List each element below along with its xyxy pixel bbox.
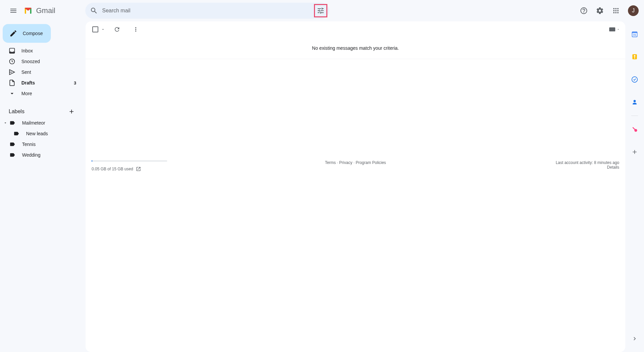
sidebar-item-more[interactable]: More bbox=[0, 88, 80, 99]
svg-text:31: 31 bbox=[633, 33, 636, 36]
policies-link[interactable]: Program Policies bbox=[356, 160, 386, 165]
chevron-down-icon bbox=[9, 90, 15, 97]
label-icon bbox=[9, 120, 15, 126]
search-bar bbox=[85, 3, 329, 19]
label-name: Mailmeteor bbox=[22, 120, 45, 126]
keep-icon bbox=[631, 53, 638, 60]
mailmeteor-icon bbox=[631, 126, 638, 133]
mailmeteor-app[interactable] bbox=[628, 123, 641, 136]
input-tools-button[interactable] bbox=[609, 27, 620, 31]
sidebar-item-drafts[interactable]: Drafts 3 bbox=[0, 77, 80, 88]
storage-bar bbox=[92, 160, 167, 162]
contacts-app[interactable] bbox=[628, 96, 641, 109]
header-right: J bbox=[577, 4, 639, 17]
divider bbox=[631, 116, 638, 116]
settings-button[interactable] bbox=[593, 4, 607, 17]
label-icon bbox=[13, 131, 19, 137]
label-icon bbox=[9, 152, 15, 158]
label-item-new-leads[interactable]: New leads bbox=[0, 128, 80, 139]
label-name: Wedding bbox=[22, 152, 40, 158]
chevron-right-icon bbox=[631, 335, 638, 342]
search-input[interactable] bbox=[101, 8, 314, 14]
google-apps-button[interactable] bbox=[609, 4, 623, 17]
hamburger-icon bbox=[9, 7, 17, 15]
nav-label: Snoozed bbox=[21, 59, 76, 64]
terms-link[interactable]: Terms bbox=[325, 160, 336, 165]
compose-button[interactable]: Compose bbox=[3, 24, 51, 43]
storage-info: 0.05 GB of 15 GB used bbox=[92, 160, 267, 172]
keep-app[interactable] bbox=[628, 50, 641, 63]
sidebar: Compose Inbox Snoozed Sent Drafts 3 More… bbox=[0, 21, 86, 352]
collapse-panel-button[interactable] bbox=[628, 332, 641, 345]
side-panel: 31 bbox=[625, 21, 644, 352]
labels-header: Labels bbox=[0, 106, 86, 118]
svg-rect-1 bbox=[609, 27, 615, 31]
gmail-logo[interactable]: Gmail bbox=[23, 6, 55, 15]
empty-state-message: No existing messages match your criteria… bbox=[86, 37, 625, 59]
open-in-new-icon[interactable] bbox=[136, 166, 141, 172]
sidebar-item-sent[interactable]: Sent bbox=[0, 67, 80, 77]
refresh-button[interactable] bbox=[110, 23, 124, 36]
main-menu-button[interactable] bbox=[5, 3, 21, 19]
search-button[interactable] bbox=[87, 4, 101, 17]
labels-section: Labels Mailmeteor New leads bbox=[0, 106, 86, 160]
contacts-icon bbox=[631, 99, 638, 106]
svg-point-8 bbox=[632, 77, 638, 82]
add-label-button[interactable] bbox=[66, 106, 77, 117]
nav-label: More bbox=[21, 91, 76, 96]
label-item-mailmeteor[interactable]: Mailmeteor bbox=[0, 118, 80, 128]
header: Gmail J bbox=[0, 0, 644, 21]
expand-arrow[interactable] bbox=[3, 121, 9, 125]
send-icon bbox=[9, 69, 15, 75]
sidebar-item-snoozed[interactable]: Snoozed bbox=[0, 56, 80, 67]
svg-rect-7 bbox=[634, 57, 635, 58]
more-vert-icon bbox=[132, 26, 139, 33]
main-container: Compose Inbox Snoozed Sent Drafts 3 More… bbox=[0, 21, 644, 352]
plus-icon bbox=[68, 108, 75, 115]
select-all-checkbox[interactable] bbox=[91, 25, 100, 34]
label-item-wedding[interactable]: Wedding bbox=[0, 150, 80, 160]
label-item-tennis[interactable]: Tennis bbox=[0, 139, 80, 150]
refresh-icon bbox=[114, 26, 120, 33]
svg-rect-3 bbox=[632, 32, 637, 33]
apps-icon bbox=[612, 7, 620, 15]
footer-links: Terms · Privacy · Program Policies bbox=[267, 160, 443, 172]
help-icon bbox=[580, 7, 588, 15]
keyboard-icon bbox=[609, 27, 615, 31]
footer: 0.05 GB of 15 GB used Terms · Privacy · … bbox=[86, 148, 625, 178]
nav-label: Sent bbox=[21, 69, 76, 75]
privacy-link[interactable]: Privacy bbox=[339, 160, 352, 165]
account-avatar[interactable]: J bbox=[628, 5, 639, 16]
details-link[interactable]: Details bbox=[607, 165, 619, 170]
sidebar-item-inbox[interactable]: Inbox bbox=[0, 45, 80, 56]
tasks-icon bbox=[631, 76, 638, 83]
nav-count: 3 bbox=[74, 80, 76, 85]
label-name: Tennis bbox=[22, 142, 35, 147]
toolbar bbox=[86, 21, 625, 37]
search-options-button[interactable] bbox=[314, 4, 327, 17]
activity-text: Last account activity: 8 minutes ago bbox=[443, 160, 619, 165]
plus-icon bbox=[631, 149, 638, 155]
labels-title: Labels bbox=[9, 109, 24, 115]
calendar-app[interactable]: 31 bbox=[628, 27, 641, 41]
tune-icon bbox=[317, 7, 325, 15]
caret-down-icon bbox=[3, 121, 7, 125]
calendar-icon: 31 bbox=[631, 31, 638, 37]
file-icon bbox=[9, 79, 15, 86]
toolbar-right bbox=[609, 27, 620, 31]
gmail-logo-icon bbox=[23, 7, 33, 15]
toolbar-left bbox=[91, 23, 142, 36]
label-name: New leads bbox=[26, 131, 48, 136]
svg-point-9 bbox=[634, 100, 636, 102]
select-dropdown[interactable] bbox=[101, 27, 105, 31]
storage-text: 0.05 GB of 15 GB used bbox=[92, 167, 133, 171]
gear-icon bbox=[596, 7, 604, 15]
more-button[interactable] bbox=[129, 23, 142, 36]
get-addons-button[interactable] bbox=[628, 145, 641, 159]
compose-label: Compose bbox=[23, 31, 43, 36]
tasks-app[interactable] bbox=[628, 73, 641, 86]
support-button[interactable] bbox=[577, 4, 591, 17]
gmail-text: Gmail bbox=[36, 6, 55, 15]
svg-point-6 bbox=[634, 55, 636, 57]
inbox-icon bbox=[9, 47, 15, 54]
